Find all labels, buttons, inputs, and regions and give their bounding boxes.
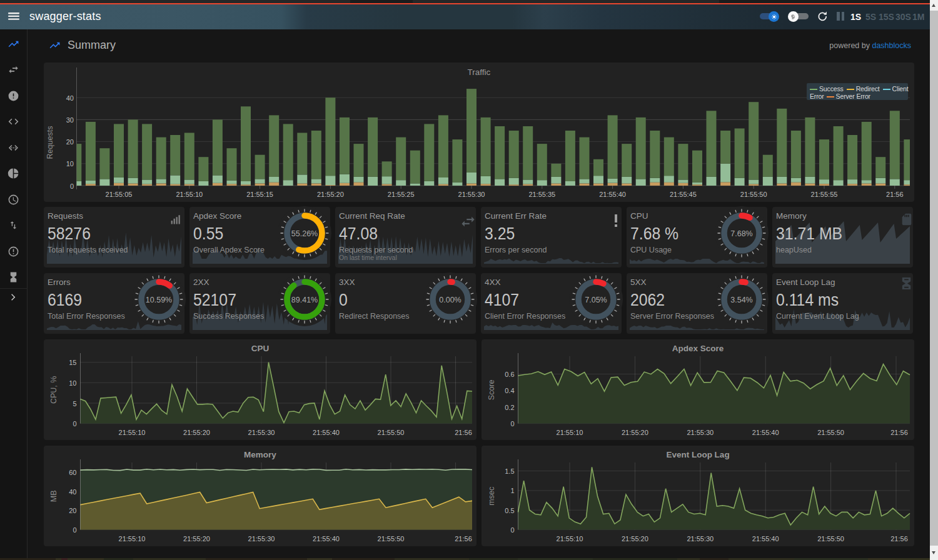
svg-text:1.5: 1.5: [505, 468, 514, 475]
svg-text:0: 0: [510, 526, 514, 534]
svg-text:0.5: 0.5: [505, 507, 514, 514]
svg-text:7.05%: 7.05%: [585, 296, 607, 304]
svg-text:CPU, %: CPU, %: [49, 376, 58, 404]
svg-text:60: 60: [69, 469, 76, 476]
svg-text:21:55:25: 21:55:25: [388, 191, 415, 198]
svg-text:21:56: 21:56: [890, 429, 908, 436]
svg-text:21:55:20: 21:55:20: [622, 535, 648, 542]
svg-text:Event Loop Lag: Event Loop Lag: [666, 450, 729, 459]
svg-text:0.2: 0.2: [505, 404, 514, 411]
svg-text:21:55:40: 21:55:40: [752, 535, 779, 542]
svg-text:20: 20: [69, 507, 76, 514]
svg-text:40: 40: [69, 488, 76, 496]
svg-text:55.26%: 55.26%: [291, 229, 318, 238]
svg-text:CPU: CPU: [251, 344, 270, 353]
svg-text:21:55:45: 21:55:45: [670, 191, 697, 198]
svg-text:89.41%: 89.41%: [291, 296, 318, 304]
svg-text:21:55:40: 21:55:40: [599, 191, 626, 198]
svg-text:Memory: Memory: [244, 450, 276, 459]
svg-text:21:56: 21:56: [886, 191, 904, 198]
svg-text:0.4: 0.4: [505, 387, 514, 394]
svg-text:20: 20: [66, 138, 74, 146]
svg-text:15: 15: [69, 359, 76, 366]
svg-text:msec: msec: [487, 487, 496, 506]
svg-text:21:55:50: 21:55:50: [817, 535, 844, 542]
svg-text:10: 10: [69, 379, 76, 387]
svg-text:21:55:10: 21:55:10: [176, 191, 203, 198]
svg-text:21:55:05: 21:55:05: [106, 191, 133, 198]
svg-text:21:55:40: 21:55:40: [752, 429, 779, 436]
svg-text:21:55:55: 21:55:55: [811, 191, 838, 198]
svg-text:21:55:30: 21:55:30: [687, 429, 714, 436]
svg-text:0: 0: [70, 182, 74, 190]
svg-text:Traffic: Traffic: [468, 68, 491, 77]
svg-text:MB: MB: [49, 490, 58, 502]
svg-text:40: 40: [66, 94, 74, 102]
svg-text:21:55:30: 21:55:30: [458, 191, 485, 198]
svg-text:0: 0: [510, 420, 514, 428]
svg-text:21:55:40: 21:55:40: [313, 535, 340, 542]
svg-text:21:55:15: 21:55:15: [246, 191, 273, 198]
svg-text:21:55:20: 21:55:20: [183, 535, 210, 542]
svg-text:0: 0: [73, 526, 76, 534]
svg-text:10: 10: [66, 160, 74, 168]
svg-text:21:56: 21:56: [455, 429, 472, 436]
svg-text:21:55:20: 21:55:20: [317, 191, 344, 198]
svg-text:1: 1: [510, 487, 514, 494]
svg-text:Requests: Requests: [46, 126, 54, 159]
svg-text:21:55:50: 21:55:50: [817, 429, 844, 436]
svg-text:0.6: 0.6: [505, 371, 514, 378]
svg-text:21:55:10: 21:55:10: [557, 429, 583, 436]
svg-text:21:56: 21:56: [455, 535, 472, 542]
svg-text:21:55:30: 21:55:30: [248, 429, 275, 436]
svg-text:7.68%: 7.68%: [730, 229, 752, 238]
svg-text:21:55:10: 21:55:10: [119, 535, 146, 542]
svg-text:3.54%: 3.54%: [730, 296, 752, 304]
svg-text:21:55:35: 21:55:35: [528, 191, 555, 198]
svg-text:10.59%: 10.59%: [146, 296, 172, 304]
svg-text:21:55:20: 21:55:20: [183, 429, 210, 436]
svg-text:21:55:40: 21:55:40: [313, 429, 340, 436]
svg-text:30: 30: [66, 116, 74, 124]
svg-text:Score: Score: [487, 379, 496, 400]
svg-text:21:55:50: 21:55:50: [378, 429, 405, 436]
svg-text:21:55:20: 21:55:20: [622, 429, 648, 436]
svg-text:21:55:10: 21:55:10: [119, 429, 146, 436]
svg-text:5: 5: [73, 400, 76, 408]
svg-text:21:55:30: 21:55:30: [687, 535, 714, 542]
svg-text:21:56: 21:56: [890, 535, 908, 542]
svg-text:0.00%: 0.00%: [439, 296, 461, 304]
svg-text:21:55:50: 21:55:50: [740, 191, 767, 198]
svg-text:21:55:50: 21:55:50: [378, 535, 405, 542]
svg-text:0: 0: [73, 420, 76, 428]
svg-text:21:55:30: 21:55:30: [248, 535, 275, 542]
svg-text:21:55:10: 21:55:10: [557, 535, 583, 542]
svg-text:Apdex Score: Apdex Score: [672, 344, 724, 353]
